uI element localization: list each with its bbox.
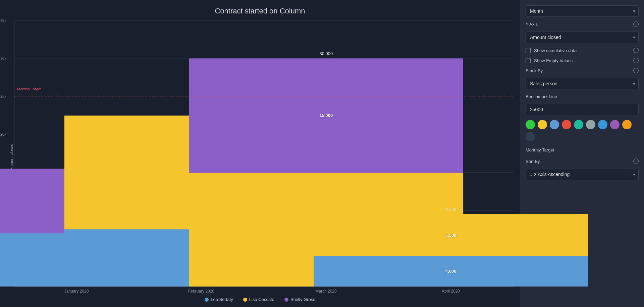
chart-title: Contract started on Column (7, 7, 513, 15)
chart-plot: 35k30k25k20k15k10k5k0Monthly Target15 50… (14, 20, 513, 287)
legend-dot (243, 298, 247, 302)
empty-values-info-icon[interactable]: i (633, 58, 639, 63)
legend-item: Lea Serfaty (205, 297, 233, 302)
x-axis-dropdown-wrapper[interactable]: Month (526, 5, 639, 17)
empty-values-row: Show Empty Values i (526, 58, 639, 63)
color-swatch-teal[interactable] (574, 120, 583, 129)
sort-by-dropdown[interactable]: ↕ X Axis Ascending (526, 169, 639, 180)
benchmark-label: Benchmark Line (526, 94, 557, 99)
chart-inner: 35k30k25k20k15k10k5k0Monthly Target15 50… (14, 20, 513, 294)
legend: Lea SerfatyLisa CeccatoShelly Gross (7, 294, 513, 304)
stack-by-dropdown-wrapper[interactable]: Sales person (526, 78, 639, 89)
bar-total-label: 30 000 (189, 51, 463, 56)
color-swatch-purple[interactable] (610, 120, 620, 129)
benchmark-row: Benchmark Line (526, 94, 639, 99)
chart-container: Amount closed 35k30k25k20k15k10k5k0Month… (7, 20, 513, 294)
legend-label: Shelly Gross (290, 297, 315, 302)
x-axis-dropdown[interactable]: Month (526, 5, 639, 17)
x-axis-label: February 2020 (139, 287, 264, 294)
stack-by-row: Stack By i (526, 68, 639, 73)
grid-label: 20k (0, 132, 6, 136)
benchmark-label: Monthly Target (17, 87, 41, 91)
y-axis-dropdown[interactable]: Amount closed (526, 32, 639, 43)
empty-values-checkbox-row: Show Empty Values (526, 58, 573, 63)
cumulative-checkbox[interactable] (526, 48, 531, 53)
legend-label: Lea Serfaty (211, 297, 233, 302)
x-axis-label: January 2020 (14, 287, 139, 294)
bar-segment: 15,000 (189, 58, 463, 172)
color-swatch-red[interactable] (562, 120, 571, 129)
stack-by-info-icon[interactable]: i (633, 68, 639, 73)
benchmark-line (14, 96, 513, 96)
color-swatch-orange[interactable] (622, 120, 632, 129)
empty-values-checkbox[interactable] (526, 58, 531, 63)
stack-by-dropdown[interactable]: Sales person (526, 78, 639, 89)
legend-item: Lisa Ceccato (243, 297, 274, 302)
legend-item: Shelly Gross (284, 297, 315, 302)
cumulative-info-icon[interactable]: i (633, 48, 639, 53)
y-axis-dropdown-wrapper[interactable]: Amount closed (526, 32, 639, 43)
monthly-target-label: Monthly Target (526, 146, 639, 154)
legend-dot (284, 298, 288, 302)
grid-label: 35k (0, 18, 6, 23)
sort-by-dropdown-wrapper[interactable]: ↕ X Axis Ascending (526, 169, 639, 180)
color-swatch-blue[interactable] (550, 120, 559, 129)
sort-by-label: Sort By (526, 159, 540, 164)
stack-by-label: Stack By (526, 68, 543, 73)
x-axis-labels: January 2020February 2020March 2020April… (14, 287, 513, 294)
grid-label: 25k (0, 94, 6, 98)
bar-segment-value: 5,500 (445, 233, 457, 238)
empty-values-label: Show Empty Values (534, 58, 573, 63)
chart-area: Contract started on Column Amount closed… (0, 0, 520, 307)
grid-label: 30k (0, 56, 6, 60)
y-axis-row: Y Axis i (526, 21, 639, 27)
bar-stack[interactable]: 9 5004,0005,500 (314, 214, 588, 287)
color-swatches (526, 120, 639, 141)
bar-segment: 5,500 (314, 214, 588, 256)
color-swatch-green[interactable] (526, 120, 535, 129)
sort-by-row: Sort By i (526, 159, 639, 164)
legend-dot (205, 298, 209, 302)
legend-label: Lisa Ceccato (249, 297, 274, 302)
bar-total-label: 9 500 (314, 207, 588, 212)
x-axis-label: March 2020 (264, 287, 388, 294)
bar-segment: 4,000 (314, 256, 588, 287)
y-axis-info-icon[interactable]: i (633, 21, 639, 27)
benchmark-input[interactable]: 25000 (526, 104, 639, 115)
y-axis-section-label: Y Axis (526, 22, 538, 27)
bar-segment-value: 15,000 (319, 113, 333, 118)
grid-line: 35k (14, 20, 513, 20)
color-swatch-yellow[interactable] (538, 120, 547, 129)
x-axis-label: April 2020 (388, 287, 513, 294)
color-swatch-dark[interactable] (526, 132, 535, 141)
color-swatch-gray[interactable] (586, 120, 595, 129)
color-swatch-light-blue[interactable] (598, 120, 607, 129)
bar-segment-value: 4,000 (445, 269, 457, 274)
cumulative-row: Show cumulative data i (526, 48, 639, 53)
cumulative-label: Show cumulative data (534, 48, 577, 53)
sort-by-info-icon[interactable]: i (633, 159, 639, 164)
cumulative-checkbox-row: Show cumulative data (526, 48, 577, 53)
